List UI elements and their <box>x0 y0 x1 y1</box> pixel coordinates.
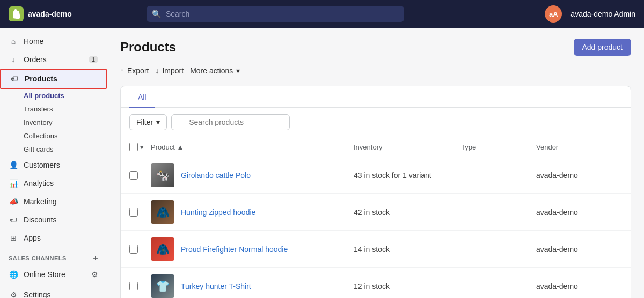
filter-row: Filter ▾ 🔍 <box>121 108 631 137</box>
inventory-column-header: Inventory <box>354 143 461 151</box>
filter-chevron-icon: ▾ <box>156 118 160 126</box>
chevron-down-icon: ▾ <box>236 66 240 75</box>
row-2-thumbnail: 🧥 <box>151 200 174 224</box>
tabs-bar: All <box>121 86 631 108</box>
row-2-vendor: avada-demo <box>536 208 622 217</box>
product-column-header: Product ▲ <box>151 143 354 151</box>
shopify-logo-icon <box>9 6 24 21</box>
orders-icon: ↓ <box>9 55 18 64</box>
sidebar-item-home[interactable]: ⌂ Home <box>0 32 107 50</box>
row-4-product-link[interactable]: Turkey hunter T-Shirt <box>181 282 251 290</box>
username-label: avada-demo Admin <box>570 10 635 18</box>
sidebar-item-marketing[interactable]: 📣 Marketing <box>0 192 107 211</box>
row-1-product-link[interactable]: Girolando cattle Polo <box>181 171 251 180</box>
row-3-checkbox[interactable] <box>129 245 138 254</box>
vendor-column-header: Vendor <box>536 143 622 151</box>
search-wrap: 🔍 <box>171 114 622 130</box>
search-products-input[interactable] <box>171 114 290 130</box>
home-icon: ⌂ <box>9 36 18 46</box>
table-row: 🧥 Hunting zipped hoodie 42 in stock avad… <box>121 194 631 231</box>
orders-badge: 1 <box>89 56 98 63</box>
row-2-checkbox[interactable] <box>129 208 138 217</box>
row-3-inventory: 14 in stock <box>354 245 461 254</box>
main-content: Products Add product ↑ Export ↓ Import M… <box>107 28 644 298</box>
products-submenu: All products Transfers Inventory Collect… <box>0 89 107 156</box>
sidebar-item-products[interactable]: 🏷 Products ➜ <box>0 69 107 89</box>
brand[interactable]: avada-demo <box>9 6 72 21</box>
type-column-header: Type <box>461 143 536 151</box>
sidebar-item-customers[interactable]: 👤 Customers <box>0 156 107 174</box>
search-icon: 🔍 <box>152 10 161 18</box>
sidebar-subitem-all-products[interactable]: All products <box>24 89 107 102</box>
add-sales-channel-icon[interactable]: + <box>93 254 98 263</box>
sidebar-subitem-gift-cards[interactable]: Gift cards <box>24 143 107 156</box>
row-4-checkbox-wrap <box>129 282 151 290</box>
row-3-vendor: avada-demo <box>536 245 622 254</box>
select-all-wrap: ▾ <box>129 143 151 151</box>
page-title: Products <box>120 40 176 55</box>
row-2-product-cell: 🧥 Hunting zipped hoodie <box>151 200 354 224</box>
row-1-vendor: avada-demo <box>536 171 622 180</box>
row-1-checkbox-wrap <box>129 171 151 180</box>
online-store-icon: 🌐 <box>9 270 18 279</box>
row-2-inventory: 42 in stock <box>354 208 461 217</box>
row-2-checkbox-wrap <box>129 208 151 217</box>
more-actions-button[interactable]: More actions ▾ <box>190 64 240 77</box>
row-4-thumbnail: 👕 <box>151 274 174 298</box>
search-bar: 🔍 <box>147 6 404 22</box>
sidebar-item-online-store[interactable]: 🌐 Online Store ⚙ <box>0 265 107 284</box>
export-icon: ↑ <box>120 66 124 75</box>
import-icon: ↓ <box>155 66 159 75</box>
search-input[interactable] <box>147 6 404 22</box>
row-3-thumbnail: 🧥 <box>151 237 174 261</box>
online-store-settings-icon[interactable]: ⚙ <box>91 270 98 279</box>
row-4-product-cell: 👕 Turkey hunter T-Shirt <box>151 274 354 298</box>
brand-name: avada-demo <box>28 10 72 18</box>
row-1-product-cell: 🐄 Girolando cattle Polo <box>151 163 354 187</box>
products-card: All Filter ▾ 🔍 ▾ <box>120 86 631 298</box>
add-product-button[interactable]: Add product <box>574 39 632 56</box>
select-all-checkbox[interactable] <box>129 143 138 151</box>
apps-icon: ⊞ <box>9 233 18 243</box>
row-4-inventory: 12 in stock <box>354 282 461 290</box>
table-header: ▾ Product ▲ Inventory Type Vendor <box>121 137 631 157</box>
row-3-checkbox-wrap <box>129 245 151 254</box>
row-2-product-link[interactable]: Hunting zipped hoodie <box>181 208 255 217</box>
filter-button[interactable]: Filter ▾ <box>129 114 167 130</box>
sidebar-item-discounts[interactable]: 🏷 Discounts <box>0 211 107 229</box>
table-row: 🐄 Girolando cattle Polo 43 in stock for … <box>121 157 631 194</box>
row-1-thumbnail: 🐄 <box>151 163 174 187</box>
table-row: 👕 Turkey hunter T-Shirt 12 in stock avad… <box>121 268 631 298</box>
table-row: 🧥 Proud Firefighter Normal hoodie 14 in … <box>121 231 631 268</box>
sidebar-item-settings[interactable]: ⚙ Settings <box>0 286 107 298</box>
sidebar-subitem-transfers[interactable]: Transfers <box>24 102 107 116</box>
row-4-checkbox[interactable] <box>129 282 138 290</box>
row-3-product-cell: 🧥 Proud Firefighter Normal hoodie <box>151 237 354 261</box>
page-header: Products Add product <box>120 39 631 56</box>
topnav: avada-demo 🔍 aA avada-demo Admin <box>0 0 644 28</box>
app-layout: ⌂ Home ↓ Orders 1 🏷 Products ➜ All produ… <box>0 28 644 298</box>
customers-icon: 👤 <box>9 160 18 170</box>
sales-channels-section: SALES CHANNELS + <box>0 247 107 265</box>
export-button[interactable]: ↑ Export <box>120 64 149 77</box>
sidebar: ⌂ Home ↓ Orders 1 🏷 Products ➜ All produ… <box>0 28 107 298</box>
discounts-icon: 🏷 <box>9 215 18 225</box>
action-bar: ↑ Export ↓ Import More actions ▾ <box>120 64 631 77</box>
products-table-body: 🐄 Girolando cattle Polo 43 in stock for … <box>121 157 631 298</box>
sidebar-item-analytics[interactable]: 📊 Analytics <box>0 174 107 192</box>
avatar[interactable]: aA <box>545 5 562 23</box>
marketing-icon: 📣 <box>9 197 18 206</box>
sidebar-subitem-inventory[interactable]: Inventory <box>24 116 107 129</box>
row-3-product-link[interactable]: Proud Firefighter Normal hoodie <box>181 245 288 254</box>
sidebar-item-orders[interactable]: ↓ Orders 1 <box>0 50 107 69</box>
row-1-checkbox[interactable] <box>129 171 138 180</box>
tab-all[interactable]: All <box>129 86 155 108</box>
analytics-icon: 📊 <box>9 178 18 188</box>
row-4-vendor: avada-demo <box>536 282 622 290</box>
row-1-inventory: 43 in stock for 1 variant <box>354 171 461 180</box>
sidebar-subitem-collections[interactable]: Collections <box>24 129 107 143</box>
import-button[interactable]: ↓ Import <box>155 64 184 77</box>
sidebar-item-apps[interactable]: ⊞ Apps <box>0 229 107 247</box>
settings-icon: ⚙ <box>9 290 18 298</box>
select-all-chevron-icon[interactable]: ▾ <box>140 143 144 151</box>
